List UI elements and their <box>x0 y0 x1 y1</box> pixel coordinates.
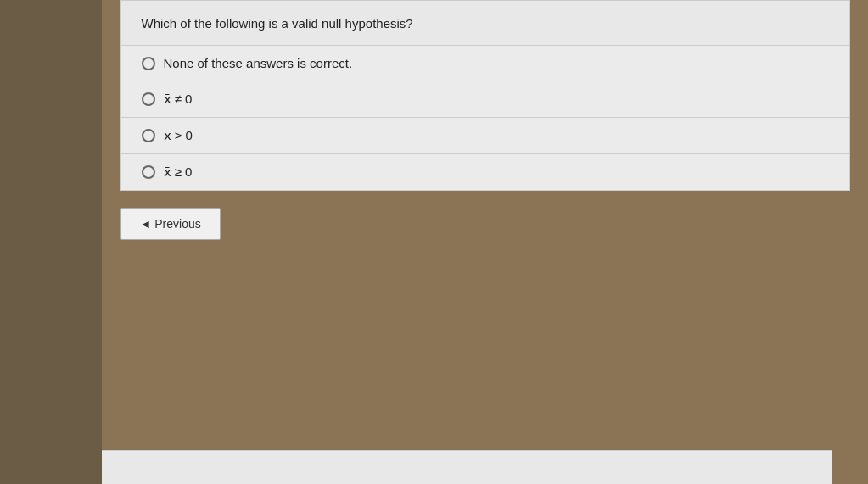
radio-option-1[interactable] <box>142 57 155 70</box>
option-label-1: None of these answers is correct. <box>164 56 353 70</box>
radio-option-2[interactable] <box>142 92 155 106</box>
radio-option-4[interactable] <box>142 165 155 179</box>
main-content: Which of the following is a valid null h… <box>120 0 850 484</box>
nav-area: ◄ Previous <box>120 191 850 240</box>
left-sidebar <box>0 0 102 484</box>
question-row: Which of the following is a valid null h… <box>121 1 849 46</box>
option-label-3: x̄ > 0 <box>164 128 193 143</box>
option-row-4[interactable]: x̄ ≥ 0 <box>121 154 849 190</box>
option-row-3[interactable]: x̄ > 0 <box>121 118 849 154</box>
option-row-2[interactable]: x̄ ≠ 0 <box>121 81 849 118</box>
question-card: Which of the following is a valid null h… <box>120 0 850 191</box>
option-row-1[interactable]: None of these answers is correct. <box>121 46 849 81</box>
radio-option-3[interactable] <box>142 129 155 142</box>
previous-button[interactable]: ◄ Previous <box>120 208 221 240</box>
option-label-4: x̄ ≥ 0 <box>164 164 193 180</box>
question-text: Which of the following is a valid null h… <box>142 16 413 31</box>
bottom-bar <box>102 450 832 484</box>
option-label-2: x̄ ≠ 0 <box>164 92 193 107</box>
